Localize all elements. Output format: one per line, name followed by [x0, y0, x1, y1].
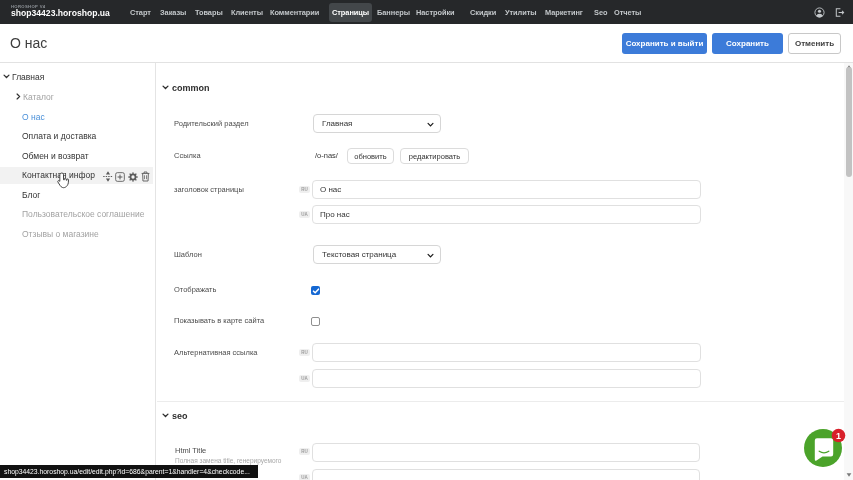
svg-text:1: 1 [836, 431, 841, 441]
